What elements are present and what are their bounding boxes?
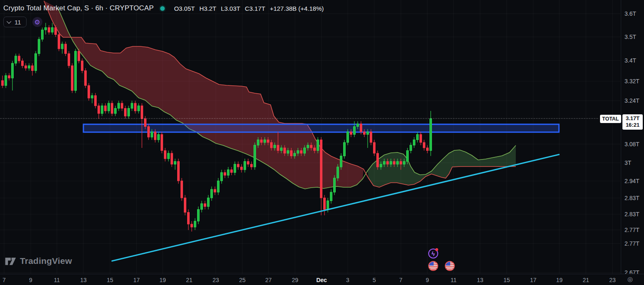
lightning-bolt-icon: ϟ	[432, 250, 435, 257]
market-status-dot[interactable]	[160, 6, 165, 11]
time-axis-label: 13	[80, 277, 87, 283]
time-axis-label: 11	[54, 277, 60, 283]
current-price-value: 3.17T	[622, 115, 643, 122]
notification-dot	[435, 248, 438, 251]
bar-count-label: 11	[15, 19, 21, 26]
time-axis-label: 3	[346, 277, 349, 283]
ohlc-high: H3.2T	[199, 5, 216, 12]
flag-canton	[429, 262, 434, 266]
bar-count-dropdown-button[interactable]: 11	[3, 17, 27, 27]
bar-close-countdown: 16:21	[622, 122, 643, 128]
flag-canton	[446, 262, 450, 266]
chart-canvas[interactable]	[0, 0, 620, 274]
price-axis-label: 2.77T	[624, 227, 639, 233]
time-axis-label: 15	[107, 277, 113, 283]
time-axis-label: 19	[556, 277, 563, 283]
time-axis-label: Dec	[316, 277, 327, 283]
symbol-axis-label: TOTAL	[600, 115, 621, 123]
current-price-label: 3.17T 16:21	[622, 114, 643, 130]
time-axis-label: 21	[583, 277, 589, 283]
price-axis-label: 3T	[624, 159, 631, 166]
axis-settings-icon[interactable]: ◎	[627, 276, 633, 282]
price-axis-label: 3.6T	[624, 10, 636, 17]
price-axis-label: 3.24T	[624, 97, 639, 104]
price-axis-label: 3.32T	[624, 78, 639, 85]
ohlc-open: O3.05T	[174, 5, 195, 12]
time-axis-label: 7	[399, 277, 402, 283]
ohlc-readout: O3.05T H3.2T L3.03T C3.17T +127.38B (+4.…	[174, 5, 324, 12]
time-axis-label: 23	[609, 277, 616, 283]
time-axis-label: 23	[212, 277, 219, 283]
indicator-settings-icon[interactable]: ⚙	[32, 17, 42, 27]
chevron-down-icon	[7, 19, 11, 24]
time-axis-label: 9	[426, 277, 429, 283]
price-axis-label: 2.83T	[624, 195, 639, 201]
time-axis-label: 15	[503, 277, 510, 283]
chart-header: Crypto Total Market Cap, S · 6h · CRYPTO…	[3, 3, 324, 27]
time-axis[interactable]: 7911131517192123252729Dec357911131517192…	[0, 274, 644, 285]
time-axis-label: 11	[451, 277, 457, 283]
price-axis-label: 2.94T	[624, 178, 639, 184]
us-flag-event-icon[interactable]	[445, 261, 455, 271]
ohlc-change: +127.38B (+4.18%)	[270, 5, 324, 12]
price-axis-label: 2.77T	[624, 240, 639, 247]
support-zone-rectangle[interactable]	[83, 124, 559, 132]
tradingview-logo-text: TradingView	[20, 256, 72, 266]
price-axis-label: 2.83T	[624, 211, 639, 217]
time-axis-label: 17	[530, 277, 537, 283]
us-flag-event-icon[interactable]	[428, 261, 438, 271]
time-axis-label: 29	[292, 277, 298, 283]
price-axis-label: 3.5T	[624, 34, 636, 40]
time-axis-label: 5	[373, 277, 376, 283]
time-axis-label: 7	[2, 277, 6, 283]
time-axis-label: 25	[239, 277, 246, 283]
gear-icon: ⚙	[34, 18, 40, 26]
time-axis-label: 27	[265, 277, 272, 283]
tradingview-logo[interactable]: TradingView	[4, 255, 72, 267]
price-axis-label: 3.4T	[624, 57, 636, 64]
time-axis-label: 13	[477, 277, 483, 283]
ohlc-low: L3.03T	[221, 5, 240, 12]
event-lightning-icon[interactable]: ϟ	[428, 249, 438, 258]
time-axis-label: 9	[29, 277, 32, 283]
tradingview-logo-icon	[4, 255, 17, 267]
price-axis[interactable]: 3.6T3.5T3.4T3.32T3.24T3.08T3T2.94T2.83T2…	[621, 0, 644, 274]
ohlc-close: C3.17T	[245, 5, 265, 12]
time-axis-label: 17	[133, 277, 140, 283]
tradingview-chart-window: 3.6T3.5T3.4T3.32T3.24T3.08T3T2.94T2.83T2…	[0, 0, 644, 285]
price-axis-label: 3.08T	[624, 141, 639, 147]
symbol-title[interactable]: Crypto Total Market Cap, S · 6h · CRYPTO…	[3, 4, 154, 12]
time-axis-label: 19	[159, 277, 166, 283]
time-axis-label: 21	[186, 277, 193, 283]
